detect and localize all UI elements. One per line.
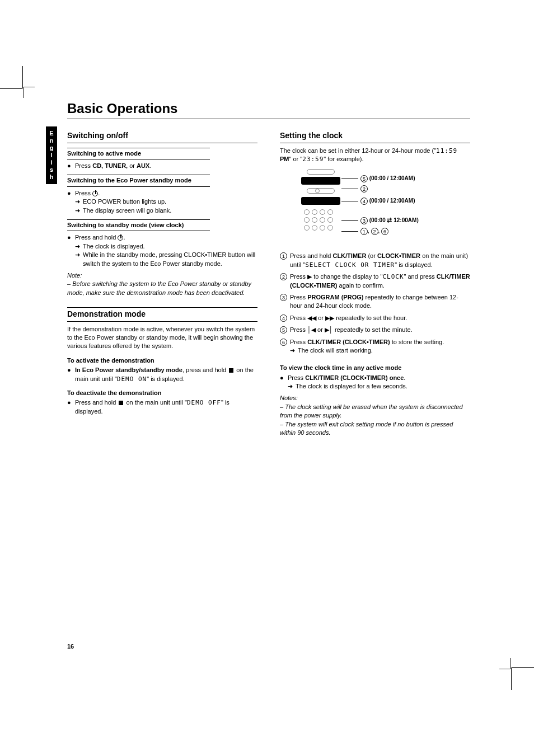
crop-mark bbox=[512, 667, 534, 668]
callout-3: 3 (00:00 ⇄ 12:00AM) bbox=[341, 216, 419, 224]
prev-track-icon: │◀ bbox=[307, 326, 316, 333]
callout-5: 5 (00:00 / 12:00AM) bbox=[341, 175, 415, 182]
step-number-3: 3 bbox=[280, 293, 290, 311]
body-text: Press . bbox=[75, 189, 257, 198]
callout-1-2-6: 1, 2, 6 bbox=[341, 227, 388, 235]
step-number-2: 2 bbox=[280, 273, 290, 290]
step-number-6: 6 bbox=[280, 338, 290, 346]
subhead-standby-view-clock: Switching to standby mode (view clock) bbox=[67, 219, 210, 231]
body-text: ECO POWER button lights up. bbox=[83, 198, 257, 206]
arrow-icon: ➜ bbox=[288, 382, 296, 391]
crop-mark bbox=[499, 658, 510, 669]
arrow-icon: ➜ bbox=[75, 251, 83, 268]
crop-mark bbox=[24, 87, 35, 98]
heading-setting-clock: Setting the clock bbox=[280, 130, 470, 143]
bullet-icon: ● bbox=[67, 162, 75, 170]
bullet-icon: ● bbox=[67, 189, 75, 198]
callout-2: 2 bbox=[341, 185, 368, 192]
language-tab: English bbox=[46, 126, 57, 184]
bullet-icon: ● bbox=[67, 398, 75, 416]
body-text: Press CD, TUNER, or AUX. bbox=[75, 162, 257, 170]
rewind-icon: ◀◀ bbox=[307, 314, 316, 321]
body-text: Press and hold CLK/TIMER (or CLOCK•TIMER… bbox=[290, 252, 470, 269]
arrow-icon: ➜ bbox=[75, 198, 83, 206]
bullet-icon: ● bbox=[67, 233, 75, 242]
bullet-icon: ● bbox=[280, 374, 288, 382]
subhead-view-clock: To view the clock time in any active mod… bbox=[280, 363, 470, 373]
arrow-icon: ➜ bbox=[290, 346, 298, 355]
body-text: The clock can be set in either 12-hour o… bbox=[280, 147, 470, 164]
device-diagram: 5 (00:00 / 12:00AM) 2 4 (00:00 / 12:00AM… bbox=[290, 167, 470, 245]
heading-demonstration-mode: Demonstration mode bbox=[67, 307, 257, 322]
body-text: Press and hold on the main unit until "D… bbox=[75, 398, 257, 416]
step-number-4: 4 bbox=[280, 314, 290, 322]
page-number: 16 bbox=[67, 643, 74, 650]
body-text: Press PROGRAM (PROG) repeatedly to chang… bbox=[290, 293, 470, 311]
step-number-1: 1 bbox=[280, 252, 290, 269]
arrow-icon: ➜ bbox=[75, 206, 83, 215]
body-text: Press and hold . bbox=[75, 233, 257, 242]
page-title: Basic Operations bbox=[67, 101, 470, 119]
arrow-icon: ➜ bbox=[75, 242, 83, 251]
step-number-5: 5 bbox=[280, 326, 290, 334]
next-track-icon: ▶│ bbox=[325, 326, 333, 333]
stop-icon bbox=[119, 401, 123, 405]
body-text: The clock is displayed. bbox=[83, 242, 257, 251]
body-text: Press │◀ or ▶│ repeatedly to set the min… bbox=[290, 326, 470, 334]
body-text: Press CLK/TIMER (CLOCK•TIMER) once. bbox=[288, 374, 470, 382]
body-text: The display screen will go blank. bbox=[83, 206, 257, 215]
subhead-active-mode: Switching to active mode bbox=[67, 148, 210, 159]
heading-switching-on-off: Switching on/off bbox=[67, 130, 257, 143]
fast-forward-icon: ▶▶ bbox=[325, 314, 334, 321]
next-icon: ▶ bbox=[307, 273, 312, 280]
callout-4: 4 (00:00 / 12:00AM) bbox=[341, 197, 415, 205]
body-text: In Eco Power standby/standby mode, press… bbox=[75, 366, 257, 383]
crop-mark bbox=[0, 88, 22, 89]
body-text: Press ◀◀ or ▶▶ repeatedly to set the hou… bbox=[290, 314, 470, 322]
crop-mark bbox=[22, 66, 23, 88]
subhead-activate-demo: To activate the demonstration bbox=[67, 355, 257, 366]
body-text: The clock is displayed for a few seconds… bbox=[296, 382, 470, 391]
subhead-deactivate-demo: To deactivate the demonstration bbox=[67, 388, 257, 398]
body-text: Press ▶ to change the display to "CLOCK"… bbox=[290, 273, 470, 290]
crop-mark bbox=[511, 668, 512, 690]
bullet-icon: ● bbox=[67, 366, 75, 383]
left-column: Switching on/off Switching to active mod… bbox=[67, 130, 257, 440]
stop-icon bbox=[229, 368, 233, 373]
notes-block: Notes: – The clock setting will be erase… bbox=[280, 394, 470, 437]
power-icon bbox=[92, 191, 98, 196]
body-text: Press CLK/TIMER (CLOCK•TIMER) to store t… bbox=[290, 338, 470, 346]
power-icon bbox=[118, 235, 123, 241]
note-block: Note: – Before switching the system to t… bbox=[67, 271, 257, 297]
body-text: While in the standby mode, pressing CLOC… bbox=[83, 251, 257, 268]
subhead-eco-standby: Switching to the Eco Power standby mode bbox=[67, 175, 210, 186]
right-column: Setting the clock The clock can be set i… bbox=[280, 130, 470, 440]
body-text: If the demonstration mode is active, whe… bbox=[67, 325, 257, 351]
page-content: English Basic Operations Switching on/of… bbox=[67, 101, 470, 440]
body-text: The clock will start working. bbox=[298, 346, 470, 355]
